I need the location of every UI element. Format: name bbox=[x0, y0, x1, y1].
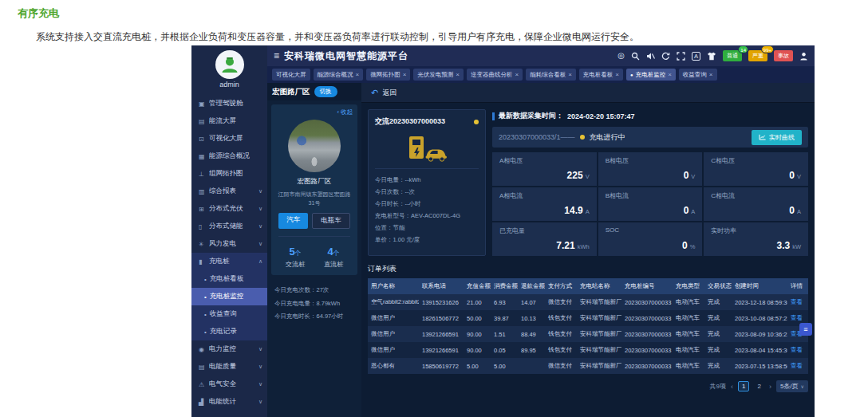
avatar[interactable] bbox=[215, 50, 244, 79]
back-button[interactable]: 返回 bbox=[382, 88, 397, 98]
alarm-severe-badge[interactable]: 严重99+ bbox=[748, 50, 767, 61]
tab-label: 能耗综合看板 bbox=[530, 71, 566, 79]
sidebar-item-power-quality[interactable]: ▤电能质量∨ bbox=[191, 358, 267, 376]
table-row[interactable]: 恩心都有 15850619772 5.00 5.00 微信支付 安科瑞节能新厂 … bbox=[368, 358, 808, 374]
sidebar-subitem-charge-records[interactable]: •充电记录 bbox=[191, 323, 267, 340]
search-icon[interactable] bbox=[631, 52, 640, 61]
sidebar-item-electrical-safety[interactable]: ⚠电气安全∨ bbox=[191, 376, 267, 393]
tab-visual-screen[interactable]: 可视化大屏 bbox=[272, 69, 310, 81]
alarm-label: 普通 bbox=[727, 53, 738, 58]
sidebar-item-energy-flow[interactable]: ▤能流大屏 bbox=[191, 112, 267, 130]
curve-button-label: 实时曲线 bbox=[769, 133, 795, 142]
cell-user: 恩心都有 bbox=[368, 358, 419, 374]
order-table-body: 空气rabbit2:rabbit2: 13915231626 21.00 6.9… bbox=[368, 294, 808, 374]
close-icon[interactable]: × bbox=[456, 71, 460, 78]
close-icon[interactable]: × bbox=[403, 71, 407, 78]
view-detail-link[interactable]: 查看 bbox=[791, 314, 803, 321]
font-size-icon[interactable]: A bbox=[692, 52, 700, 61]
view-detail-link[interactable]: 查看 bbox=[791, 346, 803, 353]
alarm-accident-badge[interactable]: 事故 bbox=[774, 50, 793, 61]
cell-user: 微信用户 bbox=[368, 342, 419, 358]
mute-icon[interactable] bbox=[646, 52, 655, 61]
column-settings-button[interactable]: ≡ bbox=[799, 323, 812, 336]
cell-user: 微信用户 bbox=[368, 326, 419, 342]
fullscreen-icon[interactable] bbox=[677, 52, 685, 61]
close-icon[interactable]: × bbox=[356, 71, 360, 78]
sidebar-item-label: 分布式光伏 bbox=[209, 204, 258, 214]
stat-label: 单价： bbox=[375, 236, 393, 243]
sidebar-item-topology[interactable]: ⊥组网拓扑图 bbox=[191, 165, 267, 183]
station-header: 宏图路厂区 切换 bbox=[267, 83, 361, 100]
transaction-title: 交流20230307000033 bbox=[375, 116, 474, 127]
page-size-select[interactable]: 5条/页∨ bbox=[776, 380, 808, 392]
theme-shirt-icon[interactable] bbox=[707, 52, 716, 61]
prev-page-button[interactable]: ‹ bbox=[731, 383, 733, 391]
tab-pile-monitor[interactable]: ●充电桩监控× bbox=[626, 69, 676, 81]
stat-label: 今日充电电量： bbox=[274, 297, 317, 311]
collapse-link[interactable]: ‹ 收起 bbox=[276, 108, 353, 116]
close-icon[interactable]: × bbox=[668, 71, 672, 78]
table-row[interactable]: 微信用户 18261506772 50.00 39.87 10.13 钱包支付 … bbox=[368, 310, 808, 326]
tab-revenue-query[interactable]: 收益查询× bbox=[679, 69, 717, 81]
close-icon[interactable]: × bbox=[568, 71, 572, 78]
user-icon[interactable] bbox=[799, 52, 808, 61]
menu-toggle-icon[interactable]: ≡ bbox=[274, 50, 279, 61]
tab-pv-forecast[interactable]: 光伏发电预测× bbox=[413, 69, 464, 81]
cell-pay: 钱包支付 bbox=[545, 310, 577, 326]
ac-count-unit: 个 bbox=[295, 250, 302, 257]
tab-car[interactable]: 汽车 bbox=[278, 213, 308, 229]
metric-a-current: A相电流14.9A bbox=[492, 187, 597, 221]
sidebar-item-power-monitor[interactable]: ◉电力监控∨ bbox=[191, 340, 267, 358]
view-detail-link[interactable]: 查看 bbox=[791, 362, 803, 369]
page-2-button[interactable]: 2 bbox=[754, 382, 763, 391]
target-icon[interactable]: ◎ bbox=[617, 52, 625, 60]
sidebar-subitem-pile-board[interactable]: •充电桩看板 bbox=[191, 270, 267, 288]
tab-topology[interactable]: 微网拓扑图× bbox=[366, 69, 410, 81]
stat-value: 27次 bbox=[317, 284, 329, 297]
page-1-button[interactable]: 1 bbox=[738, 381, 749, 391]
station-photo bbox=[288, 120, 341, 172]
report-icon: ▥ bbox=[199, 188, 209, 195]
sidebar-item-pv[interactable]: ⊞分布式光伏∨ bbox=[191, 200, 267, 218]
tab-pile-board[interactable]: 充电桩看板× bbox=[579, 69, 623, 81]
sidebar-item-energy-overview[interactable]: ▦能源综合概况 bbox=[191, 148, 267, 165]
close-icon[interactable]: × bbox=[515, 71, 519, 78]
sidebar-item-label: 可视化大屏 bbox=[209, 134, 262, 144]
view-detail-link[interactable]: 查看 bbox=[791, 298, 803, 305]
stat-line: 充电桩型号：AEV-AC007DL-4G bbox=[375, 210, 479, 222]
sidebar-item-storage[interactable]: ▯分布式储能∨ bbox=[191, 218, 267, 235]
sidebar-subitem-pile-monitor[interactable]: •充电桩监控 bbox=[191, 288, 267, 305]
refresh-icon[interactable] bbox=[661, 52, 670, 61]
tab-scooter[interactable]: 电瓶车 bbox=[312, 213, 350, 229]
back-arrow-icon: ↶ bbox=[371, 88, 378, 98]
close-icon[interactable]: × bbox=[615, 71, 619, 78]
device-code: 20230307000033/1—— bbox=[499, 133, 575, 141]
sidebar-item-charging-pile[interactable]: ▮充电桩∧ bbox=[191, 253, 267, 270]
tab-inverter-curve[interactable]: 逆变器曲线分析× bbox=[467, 69, 523, 81]
tab-energy-overview[interactable]: 能源综合概况× bbox=[314, 69, 364, 81]
table-row[interactable]: 空气rabbit2:rabbit2: 13915231626 21.00 6.9… bbox=[368, 294, 808, 310]
sidebar-item-reports[interactable]: ▥综合报表∨ bbox=[191, 183, 267, 200]
table-row[interactable]: 微信用户 13921266591 90.00 1.51 88.49 钱包支付 安… bbox=[368, 326, 808, 342]
switch-station-button[interactable]: 切换 bbox=[314, 86, 337, 97]
close-icon[interactable]: × bbox=[709, 71, 713, 78]
bullet-icon: • bbox=[204, 293, 207, 301]
table-row[interactable]: 微信用户 13921266591 90.00 0.05 89.95 钱包支付 安… bbox=[368, 342, 808, 358]
next-page-button[interactable]: › bbox=[769, 383, 771, 391]
cell-refund: 89.95 bbox=[518, 342, 545, 358]
realtime-curve-button[interactable]: 实时曲线 bbox=[752, 130, 802, 145]
dc-count-label: 直流桩 bbox=[314, 260, 353, 269]
cell-status: 完成 bbox=[704, 294, 732, 310]
chevron-down-icon: ∨ bbox=[258, 223, 262, 230]
cell-refund: 14.07 bbox=[518, 294, 545, 310]
chart-icon bbox=[759, 134, 766, 140]
sidebar-item-wind[interactable]: ✳风力发电∨ bbox=[191, 235, 267, 253]
main-body: 交流20230307000033 bbox=[361, 103, 815, 417]
alarm-count: 99+ bbox=[761, 45, 774, 53]
sidebar-subitem-revenue-query[interactable]: •收益查询 bbox=[191, 305, 267, 323]
sidebar-item-cockpit[interactable]: ▣管理驾驶舱 bbox=[191, 95, 267, 112]
sidebar-item-visual-screen[interactable]: ⊡可视化大屏 bbox=[191, 130, 267, 148]
alarm-normal-badge[interactable]: 普通14 bbox=[723, 50, 742, 61]
tab-energy-board[interactable]: 能耗综合看板× bbox=[526, 69, 576, 81]
sidebar-item-energy-stats[interactable]: ▟电能统计∨ bbox=[191, 393, 267, 411]
